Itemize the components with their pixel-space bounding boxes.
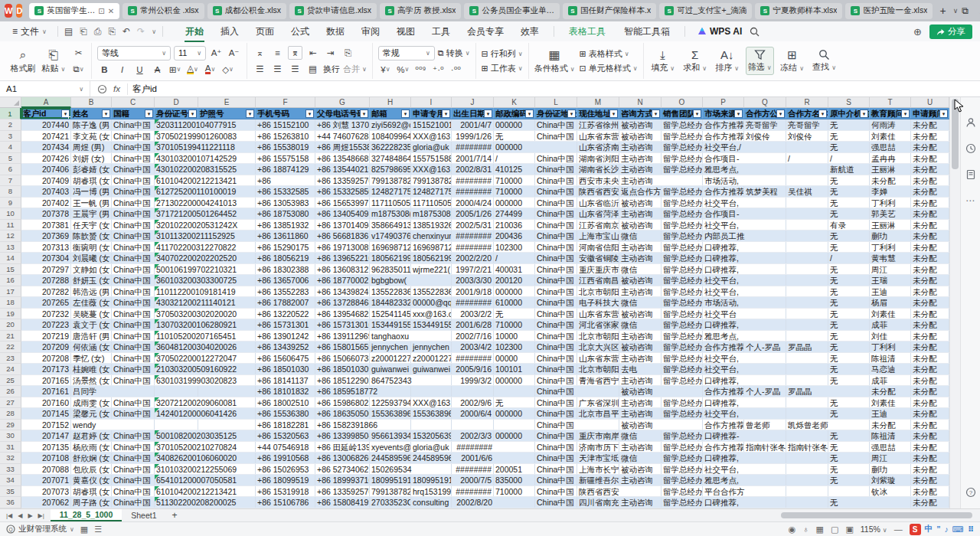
table-style-button[interactable]: ⊞ 表格样式∨ [580,48,638,60]
cell-G20[interactable]: +86 1573130169 [315,319,370,330]
cell-O26[interactable] [662,386,703,397]
cell-G21[interactable]: +86 1391129694 [315,331,370,342]
cell-T29[interactable]: 未分配 [870,420,911,430]
cell-C18[interactable]: China中国 [112,297,155,308]
strikethrough-button[interactable]: A [150,63,165,77]
undo-icon[interactable]: ↶ [122,26,130,37]
cell-B7[interactable]: 胡睿琪 (女 [71,175,112,186]
column-header-K[interactable]: K [494,97,535,108]
cell-H11[interactable]: 358664913 [370,220,411,230]
share-button[interactable]: 分享 [929,25,972,39]
cell-G36[interactable]: +86 1580841990 [315,497,370,508]
cell-L23[interactable]: China中国 [535,353,577,364]
cell-T33[interactable]: 蒯玏 [870,464,911,475]
cell-K11[interactable]: 210036 [494,220,535,230]
filter-dropdown-icon[interactable]: ▾ [145,109,153,118]
cell-C23[interactable]: China中国 [112,353,155,364]
sheet-tab-Sheet1[interactable]: Sheet1 [122,509,165,521]
cell-S35[interactable] [828,486,870,497]
cell-N2[interactable]: 被动咨询 [619,119,662,130]
cell-F15[interactable]: +86 18302388 [256,264,315,275]
cell-D29[interactable] [155,420,198,430]
filter-dropdown-icon[interactable]: ▾ [360,109,368,118]
cell-A2[interactable]: 207440 [21,119,71,130]
cell-G14[interactable]: +86 1396522100 [315,253,370,263]
cell-L9[interactable]: China中国 [535,198,577,208]
cell-I26[interactable] [411,386,452,397]
cell-U12[interactable]: 未分配 [911,230,949,241]
cell-S8[interactable]: 无 [828,186,870,197]
cell-P36[interactable]: 口碑推荐, [703,497,744,508]
cell-O12[interactable]: 留学总经办 [662,230,703,241]
cell-T20[interactable]: 成菲 [870,319,911,330]
cell-H16[interactable]: bgbgbow( [370,275,411,286]
cell-P1[interactable]: 市场来源▾ [703,108,744,119]
cell-D18[interactable]: 430321200211140121 [155,297,198,308]
cell-M22[interactable]: 北京大兴区 [577,342,619,352]
cell-G16[interactable]: +86 1877000215 [315,275,370,286]
cell-T1[interactable]: 教育顾问▾ [870,108,911,119]
filter-dropdown-icon[interactable]: ▾ [652,109,660,118]
row-header-10[interactable]: 10 [0,208,21,220]
cell-U14[interactable]: 未分配 [911,253,949,263]
cell-K16[interactable]: 200120 [494,275,535,286]
row-header-36[interactable]: 36 [0,497,21,508]
cell-P35[interactable]: 平台合作方 [703,486,744,497]
cell-S4[interactable]: 无 [828,142,870,152]
cell-D15[interactable]: 500106199702210321 [155,264,198,275]
cell-F11[interactable]: +86 13851932 [256,220,315,230]
cell-K21[interactable]: 10000 [494,331,535,342]
cell-D13[interactable]: 411702200312270822 [155,242,198,253]
cell-T14[interactable]: 黄韦慧 [870,253,911,263]
cell-G15[interactable]: +86 1360831276 [315,264,370,275]
cell-J24[interactable]: 2005/9/16 [452,364,494,374]
cell-D7[interactable]: 610104200212213421 [155,175,198,186]
cell-K14[interactable]: / [494,253,535,263]
cell-R28[interactable] [786,408,828,419]
cell-C10[interactable]: China中国 [112,208,155,219]
print-preview-icon[interactable]: ⎘ [108,26,116,37]
cell-J12[interactable]: ######## [452,230,494,241]
cell-A12[interactable]: 207369 [21,230,71,241]
cell-M36[interactable]: 四川省南充 [577,497,619,508]
tab-数据[interactable]: 数据 [318,23,353,41]
cell-I20[interactable]: 153449155 [411,319,452,330]
name-box[interactable]: A1∨ [0,81,90,96]
increase-indent-icon[interactable]: ⇥ [323,46,338,60]
cell-R22[interactable]: 罗晶晶 [786,342,828,352]
more-icon[interactable]: ⋯ [965,195,975,206]
cell-A3[interactable]: 207421 [21,131,71,142]
cell-K27[interactable]: 无 [494,397,535,408]
cell-F1[interactable]: 手机号码▾ [256,108,315,119]
convert-button[interactable]: ⧉ 转换∨ [438,47,470,59]
cell-Q4[interactable] [744,142,786,152]
cell-J36[interactable]: 2002/8/20 [452,497,494,508]
cell-O17[interactable]: 留学总经办 [662,286,703,297]
cell-S3[interactable]: 无 [828,131,870,142]
cell-N17[interactable]: 主动咨询 [619,286,662,297]
column-header-S[interactable]: S [828,97,870,108]
cell-D19[interactable]: 370503200302020020 [155,309,198,319]
cell-K5[interactable]: / [494,153,535,164]
column-header-Q[interactable]: Q [744,97,786,108]
cell-G33[interactable]: +86 52734062 [315,464,370,475]
cell-T7[interactable]: 未分配 [870,175,911,186]
cell-B18[interactable]: 左佳薇 (女 [71,297,112,308]
cell-M30[interactable]: 重庆市南岸 [577,430,619,441]
cell-K22[interactable]: 102300 [494,342,535,352]
cell-I3[interactable]: XXX@163. [411,131,452,142]
cell-L25[interactable]: China中国 [535,375,577,386]
cell-A28[interactable]: 207145 [21,408,71,419]
cell-I33[interactable] [411,464,452,475]
cell-F9[interactable]: +86 13053983 [256,198,315,208]
cell-E1[interactable]: 护照号▾ [198,108,256,119]
cell-K32[interactable] [494,453,535,463]
cell-P8[interactable]: 合作方推荐 [703,186,744,197]
cell-M18[interactable]: 电子科技大 [577,297,619,308]
cell-B5[interactable]: 刘妍 (女) [71,153,112,164]
cell-K17[interactable]: 000000 [494,286,535,297]
document-panel-icon[interactable] [965,169,976,180]
row-header-31[interactable]: 31 [0,442,21,453]
percent-icon[interactable]: %∨ [396,63,410,77]
cell-G17[interactable]: +86 1343982452 [315,286,370,297]
